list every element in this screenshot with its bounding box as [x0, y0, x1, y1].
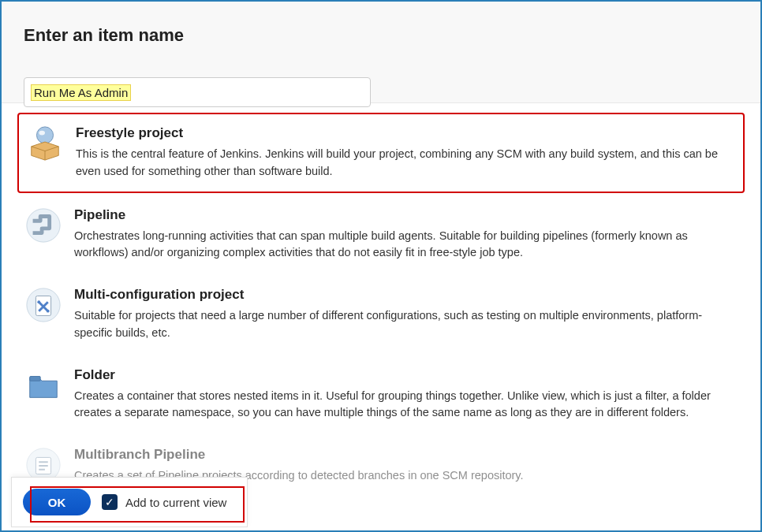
- multiconfig-icon: [25, 287, 62, 323]
- item-title: Multi-configuration project: [74, 287, 737, 303]
- item-desc: This is the central feature of Jenkins. …: [76, 146, 735, 180]
- pipeline-icon: [25, 207, 62, 244]
- svg-rect-7: [30, 376, 40, 381]
- footer-bar: OK ✓ Add to current view: [11, 477, 248, 527]
- item-title: Folder: [74, 367, 737, 383]
- ok-button[interactable]: OK: [23, 489, 91, 515]
- freestyle-icon: [27, 125, 63, 162]
- item-title: Multibranch Pipeline: [74, 447, 524, 463]
- svg-point-2: [27, 208, 60, 241]
- item-desc: Orchestrates long-running activities tha…: [74, 228, 737, 262]
- item-name-value: Run Me As Admin: [31, 84, 131, 101]
- item-name-input[interactable]: Run Me As Admin: [24, 77, 371, 107]
- checkbox-label: Add to current view: [125, 496, 226, 509]
- item-desc: Creates a container that stores nested i…: [74, 388, 737, 422]
- item-desc: Suitable for projects that need a large …: [74, 307, 737, 342]
- item-title: Pipeline: [74, 207, 737, 223]
- item-type-multiconfig[interactable]: Multi-configuration project Suitable for…: [17, 276, 745, 353]
- item-type-folder[interactable]: Folder Creates a container that stores n…: [17, 356, 745, 433]
- item-title: Freestyle project: [76, 125, 735, 141]
- folder-icon: [25, 367, 62, 404]
- item-type-freestyle[interactable]: Freestyle project This is the central fe…: [17, 113, 745, 193]
- svg-point-6: [47, 310, 50, 313]
- checkmark-icon: ✓: [102, 494, 118, 510]
- item-type-pipeline[interactable]: Pipeline Orchestrates long-running activ…: [17, 196, 745, 273]
- item-type-list: Freestyle project This is the central fe…: [2, 103, 760, 524]
- add-to-view-checkbox[interactable]: ✓ Add to current view: [102, 494, 226, 510]
- svg-point-0: [36, 127, 53, 143]
- page-title: Enter an item name: [24, 25, 738, 46]
- svg-point-5: [37, 300, 40, 303]
- svg-point-1: [39, 131, 45, 136]
- header-area: Enter an item name Run Me As Admin » Req…: [2, 2, 760, 103]
